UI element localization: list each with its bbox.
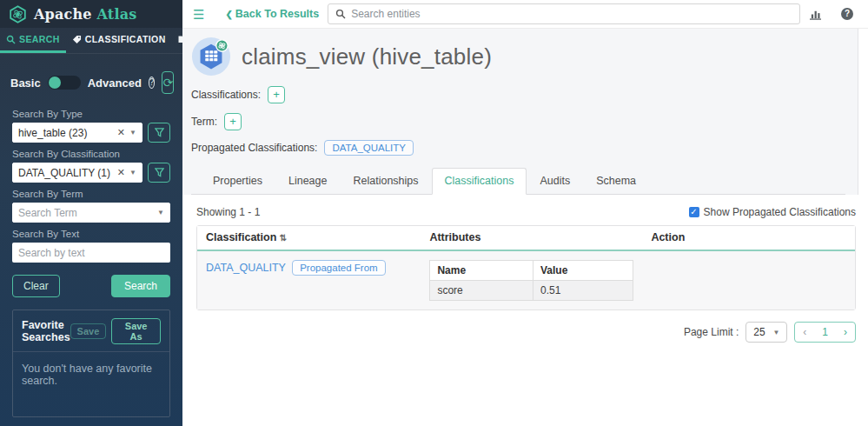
entity-header: claims_view (hive_table) Classifications… — [182, 29, 858, 195]
clear-button[interactable]: Clear — [12, 275, 60, 297]
attributes-table: Name Value score 0.51 — [429, 260, 633, 301]
show-propagated-label: Show Propagated Classifications — [704, 206, 856, 218]
favorite-searches-title: Favorite Searches — [22, 319, 70, 343]
chevron-down-icon: ▼ — [772, 329, 779, 336]
previous-page-button[interactable]: ‹ — [795, 323, 814, 342]
classifications-tab-content: Showing 1 - 1 ✓ Show Propagated Classifi… — [182, 195, 868, 343]
search-by-text-input[interactable] — [12, 243, 170, 263]
classification-attribute-filter-button[interactable] — [148, 163, 170, 183]
entity-tabs: Properties Lineage Relationships Classif… — [191, 168, 845, 195]
attr-header-value: Value — [533, 261, 633, 281]
favorite-searches-panel: Favorite Searches Save Save As You don't… — [12, 310, 170, 417]
sidebar-tabs: SEARCH CLASSIFICATION GLOSSARY — [0, 28, 182, 54]
chevron-down-icon: ▼ — [129, 169, 136, 176]
tab-relationships[interactable]: Relationships — [340, 168, 431, 195]
column-header-attributes: Attributes — [421, 226, 642, 251]
help-icon[interactable]: ? — [841, 8, 853, 20]
type-attribute-filter-button[interactable] — [148, 123, 170, 143]
page-limit-label: Page Limit : — [684, 326, 739, 338]
checkbox-checked-icon[interactable]: ✓ — [689, 207, 699, 217]
column-header-classification[interactable]: Classification ⇅ — [197, 226, 421, 251]
statistics-icon[interactable] — [809, 9, 822, 20]
tab-classifications[interactable]: Classifications — [432, 168, 527, 195]
chevron-left-icon: ❮ — [225, 10, 232, 19]
search-by-classification-select[interactable]: DATA_QUALITY (1) ✕ ▼ — [12, 163, 142, 183]
next-page-button[interactable]: › — [836, 323, 855, 342]
sidebar-tab-search[interactable]: SEARCH — [0, 28, 66, 53]
tab-lineage[interactable]: Lineage — [275, 168, 341, 195]
classifications-label: Classifications: — [191, 89, 261, 101]
logo-bar: Apache Atlas — [0, 0, 182, 28]
search-mode-row: Basic Advanced ? ⟳ — [0, 54, 182, 99]
entity-search-box — [328, 3, 800, 24]
table-row: DATA_QUALITY Propagated From Name Value — [197, 251, 855, 310]
toggle-knob — [49, 77, 61, 89]
attribute-name: score — [430, 281, 533, 301]
propagated-classification-tag[interactable]: DATA_QUALITY — [324, 140, 414, 156]
current-page: 1 — [814, 323, 836, 342]
tab-audits[interactable]: Audits — [527, 168, 583, 195]
search-by-term-label: Search By Term — [12, 189, 170, 199]
search-by-text-label: Search By Text — [12, 229, 170, 239]
clear-type-icon[interactable]: ✕ — [117, 127, 125, 138]
search-icon — [335, 9, 346, 19]
basic-advanced-toggle[interactable] — [48, 76, 81, 90]
search-button[interactable]: Search — [111, 275, 170, 297]
sidebar: Apache Atlas SEARCH CLASSIFICATION — [0, 0, 182, 426]
search-by-classification-label: Search By Classification — [12, 149, 170, 159]
attribute-value: 0.51 — [533, 281, 633, 301]
action-cell — [642, 251, 855, 310]
sidebar-tab-label: CLASSIFICATION — [85, 34, 166, 44]
pagination: Page Limit : 25 ▼ ‹ 1 › — [196, 322, 856, 343]
sidebar-tab-label: SEARCH — [19, 34, 60, 44]
main-area: ☰ ❮ Back To Results ? admin — [182, 0, 868, 426]
attr-header-name: Name — [430, 261, 533, 281]
filter-icon — [155, 128, 164, 137]
filter-icon — [155, 168, 164, 177]
page-limit-select[interactable]: 25 ▼ — [745, 322, 787, 343]
chevron-down-icon: ▼ — [129, 129, 136, 136]
tab-properties[interactable]: Properties — [200, 168, 275, 195]
favorites-empty-message: You don't have any favorite search. — [13, 352, 169, 397]
classifications-table: Classification ⇅ Attributes Action DATA_… — [196, 225, 856, 310]
app-title: Apache Atlas — [34, 6, 137, 23]
advanced-help-icon[interactable]: ? — [149, 77, 156, 89]
clear-classification-icon[interactable]: ✕ — [117, 167, 125, 178]
propagated-classifications-label: Propagated Classifications: — [191, 142, 317, 154]
search-form: Search By Type hive_table (23) ✕ ▼ Searc… — [0, 99, 182, 301]
back-to-results-link[interactable]: ❮ Back To Results — [225, 8, 319, 20]
search-icon — [6, 35, 16, 44]
search-by-type-label: Search By Type — [12, 109, 170, 119]
search-by-type-select[interactable]: hive_table (23) ✕ ▼ — [12, 123, 142, 143]
basic-mode-label: Basic — [10, 77, 41, 90]
hamburger-menu-icon[interactable]: ☰ — [193, 8, 204, 21]
refresh-button[interactable]: ⟳ — [162, 71, 174, 94]
sort-icon[interactable]: ⇅ — [280, 233, 287, 243]
tab-schema[interactable]: Schema — [583, 168, 649, 195]
column-header-action: Action — [642, 226, 855, 251]
sidebar-tab-classification[interactable]: CLASSIFICATION — [66, 28, 172, 53]
topbar: ☰ ❮ Back To Results ? admin — [182, 0, 868, 29]
save-as-button[interactable]: Save As — [111, 318, 161, 344]
tag-icon — [72, 35, 82, 44]
show-propagated-checkbox-row[interactable]: ✓ Show Propagated Classifications — [689, 206, 856, 218]
propagated-from-button[interactable]: Propagated From — [292, 260, 386, 276]
entity-search-input[interactable] — [351, 8, 792, 20]
chevron-down-icon: ▼ — [157, 209, 164, 216]
save-button[interactable]: Save — [70, 323, 107, 339]
add-term-button[interactable]: + — [224, 113, 242, 130]
pager: ‹ 1 › — [794, 322, 856, 343]
atlas-logo-icon — [9, 5, 27, 23]
attribute-row: score 0.51 — [430, 281, 633, 301]
page-title: claims_view (hive_table) — [242, 43, 492, 70]
term-label: Term: — [191, 116, 217, 128]
advanced-mode-label: Advanced — [88, 77, 142, 90]
add-classification-button[interactable]: + — [268, 86, 285, 103]
apache-atlas-app: Apache Atlas SEARCH CLASSIFICATION — [0, 0, 868, 426]
showing-count: Showing 1 - 1 — [196, 206, 260, 218]
classification-link[interactable]: DATA_QUALITY — [206, 262, 286, 274]
hive-table-entity-icon — [191, 37, 231, 77]
search-by-term-select[interactable]: Search Term ▼ — [12, 203, 170, 223]
